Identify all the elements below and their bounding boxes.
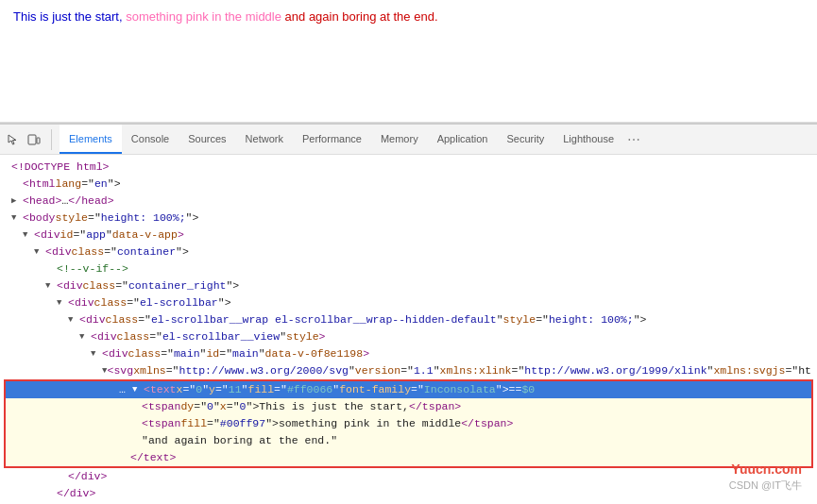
preview-text-start: This is just the start, (13, 9, 126, 24)
tab-network[interactable]: Network (236, 125, 293, 154)
dom-line-container-right: ▼<div class="container_right"> (0, 277, 817, 294)
cursor-icon-button[interactable] (4, 129, 23, 150)
devtools-panel: Elements Console Sources Network Perform… (0, 123, 817, 504)
more-tabs-button[interactable]: ⋯ (623, 132, 644, 147)
highlighted-block: … ▼ <text x="0" y="11" fill="#ff0066" fo… (4, 379, 813, 468)
watermark-yuucn: Yuucn.com (731, 462, 802, 477)
tab-console[interactable]: Console (122, 125, 179, 154)
tab-performance[interactable]: Performance (293, 125, 371, 154)
tab-elements[interactable]: Elements (60, 125, 122, 154)
toolbar-icons (4, 129, 52, 150)
dom-line-div-container: ▼<div class="container"> (0, 244, 817, 260)
three-dots-icon: … (119, 381, 132, 398)
dom-line-html: <html lang="en"> (0, 176, 817, 193)
tab-security[interactable]: Security (497, 125, 553, 154)
dom-line-scrollbar: ▼<div class="el-scrollbar"> (0, 294, 817, 311)
dom-tree: <!DOCTYPE html> <html lang="en"> ▶<head>… (0, 155, 817, 504)
tab-sources[interactable]: Sources (179, 125, 235, 154)
svg-rect-0 (28, 135, 36, 144)
dom-line-svg: ▼<svg xmlns="http://www.w3.org/2000/svg"… (0, 362, 817, 379)
preview-area: This is just the start, something pink i… (0, 0, 817, 123)
dom-line-text-close: ▼ </text> (6, 449, 811, 466)
preview-text: This is just the start, something pink i… (13, 9, 438, 24)
dom-line-comment: ▼<!--v-if--> (0, 260, 817, 277)
dom-line-div-app: ▼<div id="app" data-v-app> (0, 227, 817, 244)
tab-memory[interactable]: Memory (371, 125, 428, 154)
devtools-toolbar: Elements Console Sources Network Perform… (0, 125, 817, 155)
tab-application[interactable]: Application (428, 125, 498, 154)
dom-line-body: ▼<body style="height: 100%;"> (0, 210, 817, 227)
devtools-tabs: Elements Console Sources Network Perform… (60, 125, 623, 154)
tab-lighthouse[interactable]: Lighthouse (553, 125, 623, 154)
preview-text-pink: something pink in the middle (126, 9, 281, 24)
dom-line-text-selected[interactable]: … ▼ <text x="0" y="11" fill="#ff0066" fo… (6, 381, 811, 398)
device-toggle-button[interactable] (25, 129, 43, 150)
dom-line-close-div2: ▼ </div> (0, 485, 817, 502)
dom-line-head: ▶<head>…</head> (0, 193, 817, 210)
watermark-csdn: CSDN @IT飞牛 (729, 479, 802, 493)
dom-line-tspan1: ▼ <tspan dy="0" x="0">This is just the s… (6, 398, 811, 415)
dom-line-text-node: ▼ "and again boring at the end." (6, 432, 811, 449)
dom-line-tspan2: ▼ <tspan fill="#00ff97">something pink i… (6, 415, 811, 432)
dom-line-close-div1: ▼ </div> (0, 468, 817, 485)
dom-line-doctype: <!DOCTYPE html> (0, 159, 817, 176)
dom-line-scrollbar-view: ▼<div class="el-scrollbar__view" style> (0, 328, 817, 345)
preview-text-end: and again boring at the end. (281, 9, 438, 24)
svg-rect-1 (37, 138, 40, 143)
watermark-container: Yuucn.com CSDN @IT飞牛 (729, 462, 802, 493)
dom-line-main: ▼<div class="main" id="main" data-v-0f8e… (0, 345, 817, 362)
dom-line-scrollbar-wrap: ▼<div class="el-scrollbar__wrap el-scrol… (0, 311, 817, 328)
